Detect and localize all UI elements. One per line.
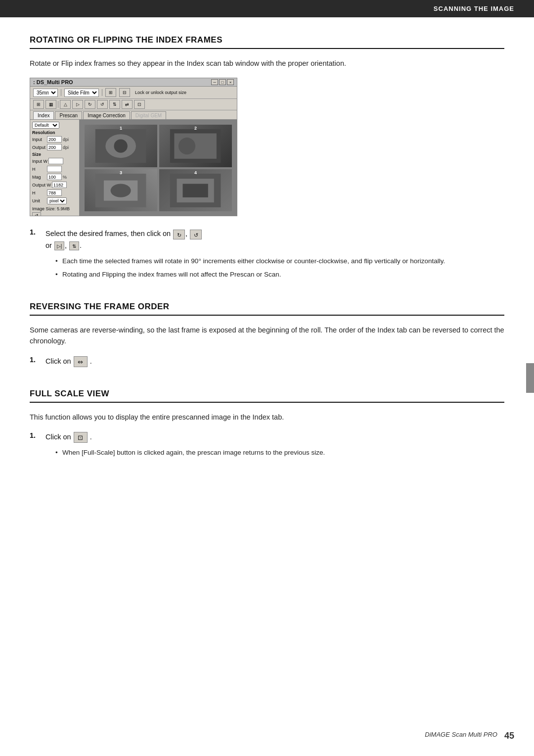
section1-bullets: Each time the selected frames will rotat… — [55, 256, 504, 280]
section1-intro: Rotate or Flip index frames so they appe… — [30, 58, 504, 69]
ss-tb2-btn6[interactable]: ↺ — [97, 100, 108, 109]
ss-lock-label: Lock or unlock output size — [135, 90, 186, 95]
rotate-ccw-icon: ↺ — [190, 230, 202, 239]
ss-tb2-div — [58, 101, 58, 108]
ss-output-field[interactable] — [47, 144, 62, 150]
ss-main-area: Default Resolution Input dpi Output dpi … — [30, 120, 237, 216]
fullscale-icon: ⊡ — [74, 432, 88, 443]
ss-tabs: Index Prescan Image Correction Digital G… — [30, 110, 237, 120]
section1-bullet-1: Each time the selected frames will rotat… — [55, 256, 504, 267]
ss-tb2-btn8[interactable]: ⇄ — [122, 100, 133, 109]
ss-tb2-btn9[interactable]: ⊡ — [134, 100, 145, 109]
ss-titlebar: : DS_Multi PRO ─ □ × — [30, 78, 237, 87]
section1-title: ROTATING OR FLIPPING THE INDEX FRAMES — [30, 35, 504, 49]
ss-tb2-btn3[interactable]: △ — [60, 100, 71, 109]
section3-step1-num: 1. — [30, 431, 44, 439]
section1-step1-or: or — [45, 241, 52, 249]
ss-outputw-label: Output W — [32, 183, 51, 188]
section2-step1-prefix: Click on — [45, 357, 71, 365]
ss-thumb-1-num: 1 — [120, 126, 122, 131]
section3-step1: 1. Click on ⊡ . — [30, 431, 504, 443]
ss-titlebar-buttons: ─ □ × — [211, 79, 234, 85]
rotate-cw-icon: ↻ — [173, 230, 185, 239]
ss-minimize-btn[interactable]: ─ — [211, 79, 218, 85]
ss-toolbar2: ⊞ ▦ △ ▷ ↻ ↺ ⇅ ⇄ ⊡ — [30, 99, 237, 110]
ss-close-btn[interactable]: × — [227, 79, 234, 85]
ss-toolbar1: 35mm Slide Film ⊞ ⊟ Lock or unlock outpu… — [30, 87, 237, 99]
ss-panel-outputw-row: Output W — [32, 182, 77, 188]
close-icon: × — [229, 80, 232, 85]
ss-outputw-field[interactable] — [52, 182, 67, 188]
ss-input-field[interactable] — [47, 136, 62, 142]
svg-rect-11 — [183, 184, 208, 197]
maximize-icon: □ — [222, 80, 224, 85]
ss-imagesize-label: Image Size: 5.9MB — [32, 206, 77, 211]
ss-thumb-1[interactable]: 1 — [85, 125, 157, 167]
ss-divider2 — [102, 89, 102, 96]
flip-h-icon: ⇅ — [69, 241, 79, 250]
ss-maximize-btn[interactable]: □ — [219, 79, 226, 85]
ss-scan-btn1[interactable]: ⊞ — [105, 88, 116, 97]
page-header: SCANNING THE IMAGE — [0, 0, 534, 17]
ss-panel-output-row: Output dpi — [32, 144, 77, 150]
ss-h1-field[interactable] — [47, 166, 62, 172]
ss-thumb-panel: 1 2 — [80, 120, 237, 216]
ss-input-label: Input — [32, 137, 46, 142]
page-marker — [526, 363, 534, 393]
ss-panel-inputw-row: Input W — [32, 158, 77, 164]
ss-tab-imagecorrection[interactable]: Image Correction — [83, 111, 130, 119]
section3-bullet-1: When [Full-Scale] button is clicked agai… — [55, 448, 504, 458]
ss-tb2-btn2[interactable]: ▦ — [45, 100, 56, 109]
ss-reset-btn[interactable]: ↺ — [32, 212, 41, 216]
ss-inputw-field[interactable] — [48, 158, 63, 164]
ss-thumb-4[interactable]: 4 — [159, 169, 232, 212]
ss-h2-field[interactable] — [47, 189, 62, 196]
ss-tab-digitalgem[interactable]: Digital GEM — [131, 111, 166, 119]
ss-mag-unit: % — [63, 175, 67, 180]
ss-h2-label: H — [32, 190, 46, 195]
ss-thumb-2-num: 2 — [194, 126, 197, 131]
ss-thumb-3[interactable]: 3 — [85, 169, 157, 212]
section-fullscale: FULL SCALE VIEW This function allows you… — [30, 389, 504, 459]
ss-default-select[interactable]: Default — [32, 122, 59, 129]
section1-step1-content: Select the desired frames, then click on… — [45, 228, 202, 251]
section1-step1: 1. Select the desired frames, then click… — [30, 228, 504, 251]
section2-step1-content: Click on ⇔ . — [45, 356, 92, 367]
ss-tab-prescan[interactable]: Prescan — [55, 111, 82, 119]
ss-panel-unit-row: Unit pixel — [32, 197, 77, 204]
section3-step1-content: Click on ⊡ . — [45, 431, 92, 443]
ss-tb2-btn1[interactable]: ⊞ — [33, 100, 44, 109]
footer-page: 45 — [504, 731, 514, 741]
ss-panel-mag-row: Mag % — [32, 174, 77, 180]
svg-point-5 — [178, 138, 195, 154]
ss-tb2-btn4[interactable]: ▷ — [72, 100, 83, 109]
ss-panel-h1-row: H — [32, 166, 77, 172]
section1-bullet-2: Rotating and Flipping the index frames w… — [55, 270, 504, 280]
ss-resolution-label: Resolution — [32, 130, 77, 135]
ss-left-panel: Default Resolution Input dpi Output dpi … — [30, 120, 80, 216]
ss-output-label: Output — [32, 145, 46, 150]
ss-tab-index[interactable]: Index — [33, 111, 54, 119]
ss-tb2-btn5[interactable]: ↻ — [85, 100, 95, 109]
section-reversing: REVERSING THE FRAME ORDER Some cameras a… — [30, 302, 504, 367]
section3-step1-prefix: Click on — [45, 433, 71, 441]
screenshot: : DS_Multi PRO ─ □ × 35mm Slide Film ⊞ ⊟… — [30, 78, 237, 216]
ss-thumb-2[interactable]: 2 — [159, 125, 232, 167]
header-title: SCANNING THE IMAGE — [434, 5, 514, 12]
ss-thumb-3-num: 3 — [120, 170, 122, 175]
minimize-icon: ─ — [213, 80, 216, 85]
ss-unit-select[interactable]: pixel — [47, 197, 67, 204]
reverse-frames-icon: ⇔ — [74, 356, 88, 367]
ss-size-label: Size — [32, 152, 77, 157]
ss-mag-field[interactable] — [47, 174, 62, 180]
ss-filmtype-select[interactable]: Slide Film — [64, 89, 99, 97]
section3-intro: This function allows you to display the … — [30, 412, 504, 423]
ss-divider1 — [61, 89, 61, 96]
ss-scan-btn2[interactable]: ⊟ — [119, 88, 130, 97]
section2-step1: 1. Click on ⇔ . — [30, 356, 504, 367]
ss-tb2-btn7[interactable]: ⇅ — [109, 100, 120, 109]
ss-panel-default-row: Default — [32, 122, 77, 129]
section1-step1-prefix: Select the desired frames, then click on — [45, 230, 171, 237]
page-footer: DiMAGE Scan Multi PRO 45 — [0, 731, 534, 741]
ss-film-select[interactable]: 35mm — [33, 89, 58, 97]
